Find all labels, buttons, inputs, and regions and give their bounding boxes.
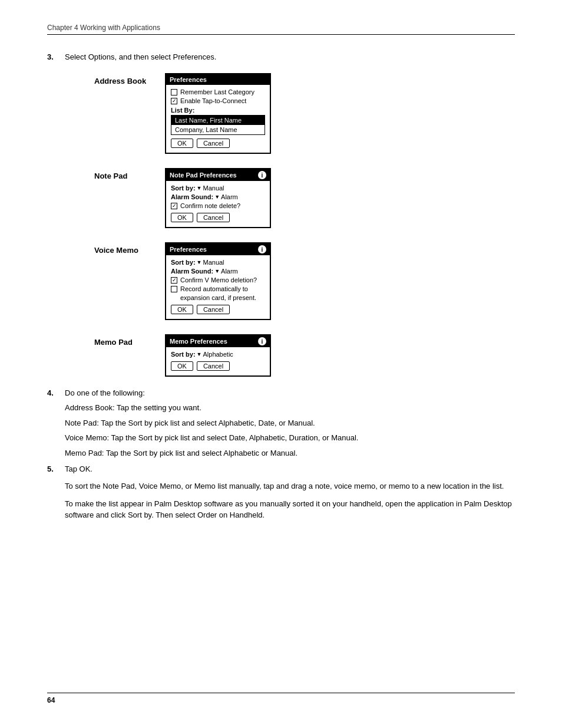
sub-step-note-pad-text: Tap the Sort by pick list and select Alp… xyxy=(101,419,315,427)
enable-tap-row: Enable Tap-to-Connect xyxy=(171,97,265,104)
sub-step-memo-pad: Memo Pad: Tap the Sort by pick list and … xyxy=(65,447,515,459)
memo-pad-info-icon[interactable]: i xyxy=(258,337,266,345)
sub-step-memo-pad-bold: Memo Pad: xyxy=(65,449,104,457)
note-pad-dialog: Note Pad Preferences i Sort by: ▼ Manual… xyxy=(165,168,271,228)
step-4-number: 4. xyxy=(47,388,65,397)
address-book-cancel[interactable]: Cancel xyxy=(197,139,230,148)
step-5-text: Tap OK. xyxy=(65,465,515,473)
sub-step-address-book: Address Book: Tap the setting you want. xyxy=(65,402,515,414)
memo-pad-dialog: Memo Preferences i Sort by: ▼ Alphabetic… xyxy=(165,334,271,377)
footer: 64 xyxy=(47,693,515,704)
voice-sort-label: Sort by: xyxy=(171,259,196,266)
note-pad-buttons: OK Cancel xyxy=(171,213,265,223)
voice-memo-buttons: OK Cancel xyxy=(171,305,265,315)
voice-memo-title: Preferences xyxy=(170,246,207,253)
screenshots-area: Address Book Preferences Remember Last C… xyxy=(94,73,515,377)
memo-pad-title: Memo Preferences xyxy=(170,338,227,345)
confirm-note-label: Confirm note delete? xyxy=(180,202,240,209)
address-book-title-bar: Preferences xyxy=(166,74,270,85)
address-book-body: Remember Last Category Enable Tap-to-Con… xyxy=(166,85,270,153)
step-4-text: Do one of the following: xyxy=(65,388,515,397)
memo-sort-value[interactable]: Alphabetic xyxy=(203,351,233,358)
confirm-vmemo-checkbox[interactable] xyxy=(171,277,177,284)
record-auto-checkbox[interactable] xyxy=(171,286,177,292)
sub-step-voice-memo-text: Tap the Sort by pick list and select Dat… xyxy=(111,433,359,442)
voice-alarm-arrow: ▼ xyxy=(214,268,220,274)
sub-step-note-pad-bold: Note Pad: xyxy=(65,419,99,427)
page-number: 64 xyxy=(47,696,55,704)
step-3-number: 3. xyxy=(47,52,65,61)
voice-sort-arrow: ▼ xyxy=(197,259,202,265)
voice-alarm-value[interactable]: Alarm xyxy=(221,268,238,275)
note-alarm-label: Alarm Sound: xyxy=(171,193,213,200)
address-book-label: Address Book xyxy=(94,73,153,85)
note-sort-arrow: ▼ xyxy=(197,185,202,191)
step-3: 3. Select Options, and then select Prefe… xyxy=(47,52,515,61)
list-by-label: List By: xyxy=(171,107,265,114)
step-4: 4. Do one of the following: xyxy=(47,388,515,397)
voice-alarm-row: Alarm Sound: ▼ Alarm xyxy=(171,268,265,275)
remember-last-category-row: Remember Last Category xyxy=(171,88,265,95)
voice-memo-dialog: Preferences i Sort by: ▼ Manual Alarm So… xyxy=(165,242,271,320)
memo-pad-cancel[interactable]: Cancel xyxy=(197,361,230,371)
confirm-vmemo-row: Confirm V Memo deletion? xyxy=(171,276,265,284)
list-option-last-first[interactable]: Last Name, First Name xyxy=(171,116,265,125)
voice-memo-cancel[interactable]: Cancel xyxy=(197,305,230,314)
note-pad-title-bar: Note Pad Preferences i xyxy=(166,169,270,181)
sub-step-voice-memo: Voice Memo: Tap the Sort by pick list an… xyxy=(65,432,515,444)
note-sort-by-row: Sort by: ▼ Manual xyxy=(171,185,265,192)
confirm-note-checkbox[interactable] xyxy=(171,203,177,209)
chapter-title: Chapter 4 Working with Applications xyxy=(47,24,160,32)
note-pad-body: Sort by: ▼ Manual Alarm Sound: ▼ Alarm C… xyxy=(166,181,270,227)
step-5-number: 5. xyxy=(47,465,65,473)
note-pad-label: Note Pad xyxy=(94,168,153,180)
sub-step-address-book-text: Tap the setting you want. xyxy=(117,403,201,412)
memo-pad-buttons: OK Cancel xyxy=(171,361,265,372)
note-alarm-value[interactable]: Alarm xyxy=(221,193,238,200)
step-5: 5. Tap OK. xyxy=(47,465,515,473)
list-option-company-last[interactable]: Company, Last Name xyxy=(171,125,265,134)
address-book-dialog: Preferences Remember Last Category Enabl… xyxy=(165,73,271,154)
expansion-card-text: expansion card, if present. xyxy=(180,294,265,301)
address-book-buttons: OK Cancel xyxy=(171,139,265,149)
address-book-ok[interactable]: OK xyxy=(171,139,193,148)
note-pad-ok[interactable]: OK xyxy=(171,213,193,222)
memo-pad-ok[interactable]: OK xyxy=(171,361,193,371)
enable-tap-label: Enable Tap-to-Connect xyxy=(180,97,246,104)
header: Chapter 4 Working with Applications xyxy=(47,24,515,35)
memo-pad-row: Memo Pad Memo Preferences i Sort by: ▼ A… xyxy=(94,334,515,377)
sub-step-note-pad: Note Pad: Tap the Sort by pick list and … xyxy=(65,417,515,429)
voice-sort-value[interactable]: Manual xyxy=(203,259,224,266)
voice-memo-row: Voice Memo Preferences i Sort by: ▼ Manu… xyxy=(94,242,515,320)
sub-step-memo-pad-text: Tap the Sort by pick list and select Alp… xyxy=(106,449,297,457)
voice-memo-label: Voice Memo xyxy=(94,242,153,255)
note-sort-value[interactable]: Manual xyxy=(203,185,224,192)
confirm-note-row: Confirm note delete? xyxy=(171,202,265,209)
sub-step-address-book-bold: Address Book: xyxy=(65,403,115,412)
voice-sort-by-row: Sort by: ▼ Manual xyxy=(171,259,265,266)
memo-pad-body: Sort by: ▼ Alphabetic OK Cancel xyxy=(166,347,270,375)
para-1: To sort the Note Pad, Voice Memo, or Mem… xyxy=(65,480,515,492)
memo-pad-title-bar: Memo Preferences i xyxy=(166,335,270,347)
memo-sort-by-row: Sort by: ▼ Alphabetic xyxy=(171,351,265,358)
memo-sort-label: Sort by: xyxy=(171,351,196,358)
para-2: To make the list appear in Palm Desktop … xyxy=(65,498,515,521)
sub-steps: Address Book: Tap the setting you want. … xyxy=(65,402,515,459)
note-alarm-row: Alarm Sound: ▼ Alarm xyxy=(171,193,265,200)
note-sort-by-label: Sort by: xyxy=(171,185,196,192)
remember-last-category-label: Remember Last Category xyxy=(180,88,254,95)
note-pad-cancel[interactable]: Cancel xyxy=(197,213,230,222)
record-auto-row: Record automatically to xyxy=(171,285,265,292)
memo-sort-arrow: ▼ xyxy=(197,351,202,357)
note-pad-row: Note Pad Note Pad Preferences i Sort by:… xyxy=(94,168,515,228)
list-by-options: Last Name, First Name Company, Last Name xyxy=(171,115,265,135)
page: Chapter 4 Working with Applications 3. S… xyxy=(0,0,562,728)
voice-alarm-label: Alarm Sound: xyxy=(171,268,213,275)
address-book-title: Preferences xyxy=(170,76,207,83)
confirm-vmemo-label: Confirm V Memo deletion? xyxy=(180,276,257,284)
voice-memo-ok[interactable]: OK xyxy=(171,305,193,314)
note-pad-info-icon[interactable]: i xyxy=(258,171,266,179)
voice-memo-info-icon[interactable]: i xyxy=(258,245,266,253)
remember-last-category-checkbox[interactable] xyxy=(171,89,177,95)
enable-tap-checkbox[interactable] xyxy=(171,98,177,104)
